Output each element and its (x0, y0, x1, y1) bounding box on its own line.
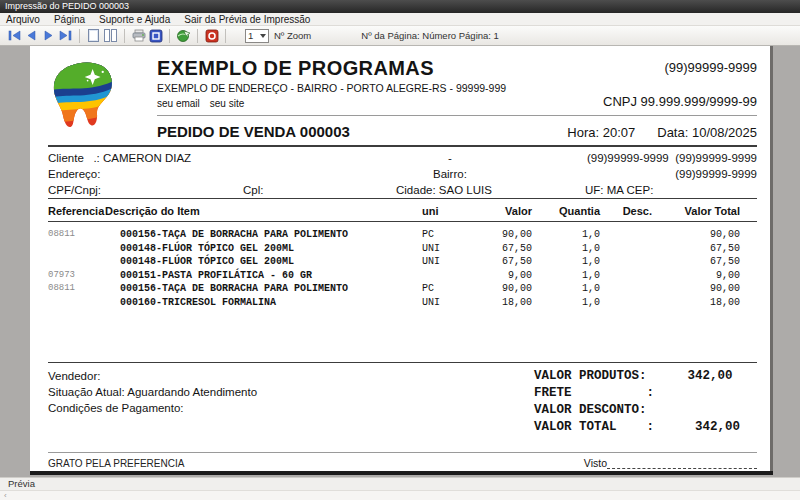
company-email: seu email (157, 98, 200, 109)
col-valor: Valor (470, 205, 532, 217)
total-row: VALOR DESCONTO: (534, 402, 740, 419)
toolbar: 1 Nº Zoom Nº da Página: Número Página: 1 (0, 26, 800, 46)
seller-block: Vendedor: Situação Atual: Aguardando Ate… (48, 368, 257, 436)
col-desc: Desc. (600, 205, 652, 217)
item-qty: 1,0 (532, 296, 600, 310)
two-page-view-button[interactable] (102, 28, 119, 44)
toolbar-separator (169, 29, 170, 43)
item-qty: 1,0 (532, 255, 600, 269)
chevron-down-icon (260, 34, 266, 38)
situacao-label: Situação Atual: Aguardando Atendimento (48, 384, 257, 400)
table-row: 08811 000156-TAÇA DE BORRACHA PARA POLIM… (48, 282, 757, 296)
horizontal-scrollbar[interactable]: ‹ (0, 490, 800, 500)
company-cnpj: CNPJ 99.999.999/9999-99 (603, 94, 757, 109)
item-disc (600, 282, 652, 296)
toolbar-separator (124, 29, 125, 43)
exit-icon (205, 29, 219, 43)
item-valor: 18,00 (470, 296, 532, 310)
item-desc: 000148-FLÚOR TÓPICO GEL 200ML (105, 242, 422, 256)
client-address-label: Endereço: (48, 166, 100, 182)
item-desc: 000156-TAÇA DE BORRACHA PARA POLIMENTO (105, 282, 422, 296)
toolbar-separator (197, 29, 198, 43)
menu-arquivo[interactable]: Arquivo (6, 14, 40, 25)
item-disc (600, 269, 652, 283)
total-label: VALOR TOTAL : (534, 419, 654, 436)
export-button[interactable] (175, 28, 192, 44)
item-total: 18,00 (652, 296, 740, 310)
print-button[interactable] (130, 28, 147, 44)
item-uni: UNI (422, 255, 470, 269)
totals-block: VALOR PRODUTOS: 342,00 FRETE : VALOR DES… (534, 368, 757, 436)
col-referencia: Referencia (48, 205, 105, 217)
zoom-value: 1 (248, 30, 253, 41)
table-row: 08811 000156-TAÇA DE BORRACHA PARA POLIM… (48, 228, 757, 242)
print-preview-area[interactable]: EXEMPLO DE PROGRAMAS EXEMPLO DE ENDEREÇO… (0, 46, 800, 477)
item-uni: UNI (422, 296, 470, 310)
item-desc: 000148-FLÚOR TÓPICO GEL 200ML (105, 255, 422, 269)
status-bar: Prévia (0, 477, 800, 490)
menu-pagina[interactable]: Página (54, 14, 85, 25)
client-uf-cep: UF: MA CEP: (585, 182, 653, 198)
printer-icon (132, 29, 146, 42)
company-block: EXEMPLO DE PROGRAMAS EXEMPLO DE ENDEREÇO… (157, 57, 506, 112)
single-page-view-button[interactable] (85, 28, 102, 44)
signature-line (607, 458, 757, 469)
item-disc (600, 296, 652, 310)
order-title: PEDIDO DE VENDA 000003 (157, 123, 350, 140)
menu-sair-previa[interactable]: Sair da Prévia de Impressão (184, 14, 310, 25)
item-valor: 67,50 (470, 242, 532, 256)
order-time: Hora: 20:07 (567, 125, 635, 140)
item-total: 90,00 (652, 282, 740, 296)
item-uni: PC (422, 282, 470, 296)
menu-suporte-ajuda[interactable]: Suporte e Ajuda (99, 14, 170, 25)
total-label: FRETE : (534, 385, 654, 402)
last-page-icon (59, 30, 72, 41)
client-phones: (99)99999-9999 (99)99999-9999 (587, 150, 757, 166)
single-page-icon (88, 29, 99, 42)
item-uni: PC (422, 228, 470, 242)
toolbar-separator (225, 29, 226, 43)
client-name: Cliente .: CAMERON DIAZ (48, 150, 191, 166)
next-page-button[interactable] (40, 28, 57, 44)
item-desc: 000156-TAÇA DE BORRACHA PARA POLIMENTO (105, 228, 422, 242)
item-valor: 90,00 (470, 282, 532, 296)
col-valor-total: Valor Total (652, 205, 740, 217)
print-setup-button[interactable] (147, 28, 164, 44)
exit-preview-button[interactable] (203, 28, 220, 44)
item-desc: 000151-PASTA PROFILÁTICA - 60 GR (105, 269, 422, 283)
item-ref (48, 296, 105, 310)
item-total: 90,00 (652, 228, 740, 242)
total-value: 342,00 (647, 368, 733, 385)
condicoes-label: Condições de Pagamento: (48, 400, 257, 416)
last-page-button[interactable] (57, 28, 74, 44)
zoom-select[interactable]: 1 (245, 29, 269, 43)
first-page-icon (8, 30, 21, 41)
vendedor-label: Vendedor: (48, 368, 257, 384)
company-address: EXEMPLO DE ENDEREÇO - BAIRRO - PORTO ALE… (157, 82, 506, 94)
item-desc: 000160-TRICRESOL FORMALINA (105, 296, 422, 310)
total-row: VALOR TOTAL : 342,00 (534, 419, 740, 436)
first-page-button[interactable] (6, 28, 23, 44)
col-uni: uni (422, 205, 470, 217)
item-ref (48, 242, 105, 256)
item-valor: 90,00 (470, 228, 532, 242)
item-valor: 9,00 (470, 269, 532, 283)
item-total: 67,50 (652, 242, 740, 256)
order-date: Data: 10/08/2025 (657, 125, 757, 140)
item-total: 67,50 (652, 255, 740, 269)
client-phone2: (99)99999-9999 (675, 166, 757, 182)
company-name: EXEMPLO DE PROGRAMAS (157, 57, 506, 79)
total-label: VALOR PRODUTOS: (534, 368, 647, 385)
toolbar-separator (79, 29, 80, 43)
item-valor: 67,50 (470, 255, 532, 269)
item-qty: 1,0 (532, 282, 600, 296)
document-header: EXEMPLO DE PROGRAMAS EXEMPLO DE ENDEREÇO… (48, 46, 757, 140)
item-qty: 1,0 (532, 269, 600, 283)
thanks-message: GRATO PELA PREFERENCIA (48, 458, 184, 469)
prev-page-button[interactable] (23, 28, 40, 44)
tooth-logo (48, 57, 120, 133)
total-label: VALOR DESCONTO: (534, 402, 647, 419)
items-table-body: 08811 000156-TAÇA DE BORRACHA PARA POLIM… (48, 222, 757, 362)
client-cpf-label: CPF/Cnpj: (48, 182, 101, 198)
page-bottom-edge (30, 471, 773, 475)
